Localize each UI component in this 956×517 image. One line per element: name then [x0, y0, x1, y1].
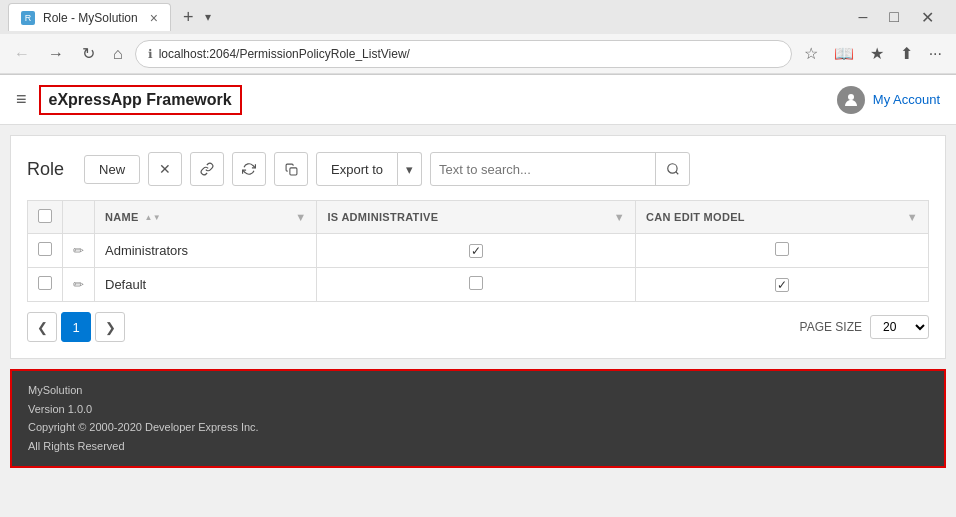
header-name-label: NAME: [105, 211, 139, 223]
export-button-group: Export to ▾: [316, 152, 422, 186]
bookmark-btn[interactable]: ☆: [798, 40, 824, 67]
share-btn[interactable]: ⬆: [894, 40, 919, 67]
reading-view-btn[interactable]: 📖: [828, 40, 860, 67]
svg-point-2: [667, 164, 676, 173]
row2-is-admin-checkbox: [469, 276, 483, 290]
footer-line3: Copyright © 2000-2020 Developer Express …: [28, 418, 928, 437]
main-content-panel: Role New ✕ Export to ▾: [10, 135, 946, 359]
row1-is-admin-check: ✓: [469, 244, 483, 258]
header-is-admin-label: IS ADMINISTRATIVE: [327, 211, 438, 223]
next-page-button[interactable]: ❯: [95, 312, 125, 342]
address-bar[interactable]: ℹ localhost:2064/PermissionPolicyRole_Li…: [135, 40, 792, 68]
header-checkbox-cell: [28, 201, 63, 234]
tab-title: Role - MySolution: [43, 11, 138, 25]
page-1-button[interactable]: 1: [61, 312, 91, 342]
select-all-checkbox[interactable]: [38, 209, 52, 223]
header-name: NAME ▲▼ ▼: [95, 201, 317, 234]
maximize-button[interactable]: □: [883, 4, 905, 31]
my-account-link[interactable]: My Account: [873, 92, 940, 107]
hamburger-menu-button[interactable]: ≡: [16, 89, 27, 110]
favorites-btn[interactable]: ★: [864, 40, 890, 67]
row1-edit-cell: ✏: [63, 234, 95, 268]
header-can-edit-model: CAN EDIT MODEL ▼: [635, 201, 928, 234]
page-title: Role: [27, 159, 64, 180]
table-row: ✏ Administrators ✓: [28, 234, 929, 268]
row1-checkbox-cell: [28, 234, 63, 268]
footer-line2: Version 1.0.0: [28, 400, 928, 419]
close-window-button[interactable]: ✕: [915, 4, 940, 31]
app-footer: MySolution Version 1.0.0 Copyright © 200…: [10, 369, 946, 468]
home-button[interactable]: ⌂: [107, 41, 129, 67]
copy-button[interactable]: [274, 152, 308, 186]
user-area: My Account: [837, 86, 940, 114]
svg-rect-1: [289, 167, 296, 174]
lock-icon: ℹ: [148, 47, 153, 61]
header-edit-cell: [63, 201, 95, 234]
tab-close-btn[interactable]: ×: [150, 10, 158, 26]
row1-edit-icon[interactable]: ✏: [73, 243, 84, 258]
row2-checkbox[interactable]: [38, 276, 52, 290]
row2-can-edit-check: ✓: [775, 278, 789, 292]
pagination-bar: ❮ 1 ❯ PAGE SIZE 20 50 100: [27, 302, 929, 346]
new-button[interactable]: New: [84, 155, 140, 184]
tab-bar: R Role - MySolution × + ▾ – □ ✕: [0, 0, 956, 34]
forward-button[interactable]: →: [42, 41, 70, 67]
row1-can-edit-cell: [635, 234, 928, 268]
header-is-administrative: IS ADMINISTRATIVE ▼: [317, 201, 635, 234]
browser-chrome: R Role - MySolution × + ▾ – □ ✕ ← → ↻ ⌂ …: [0, 0, 956, 75]
search-input[interactable]: [431, 158, 655, 181]
name-sort-icons[interactable]: ▲▼: [145, 213, 161, 222]
row2-edit-cell: ✏: [63, 268, 95, 302]
user-avatar-icon: [837, 86, 865, 114]
app-header: ≡ eXpressApp Framework My Account: [0, 75, 956, 125]
admin-filter-icon[interactable]: ▼: [614, 211, 625, 223]
svg-point-0: [848, 94, 854, 100]
refresh-data-button[interactable]: [232, 152, 266, 186]
back-button[interactable]: ←: [8, 41, 36, 67]
link-button[interactable]: [190, 152, 224, 186]
table-row: ✏ Default ✓: [28, 268, 929, 302]
new-tab-button[interactable]: +: [175, 7, 202, 28]
row2-edit-icon[interactable]: ✏: [73, 277, 84, 292]
search-button[interactable]: [655, 153, 689, 185]
row1-is-admin-cell: ✓: [317, 234, 635, 268]
row2-can-edit-cell: ✓: [635, 268, 928, 302]
row1-name: Administrators: [105, 243, 188, 258]
export-button[interactable]: Export to: [316, 152, 398, 186]
footer-line1: MySolution: [28, 381, 928, 400]
row2-checkbox-cell: [28, 268, 63, 302]
data-table: NAME ▲▼ ▼ IS ADMINISTRATIVE ▼ CAN EDIT M…: [27, 200, 929, 302]
row2-name-cell: Default: [95, 268, 317, 302]
address-text: localhost:2064/PermissionPolicyRole_List…: [159, 47, 779, 61]
prev-page-button[interactable]: ❮: [27, 312, 57, 342]
more-actions-btn[interactable]: ···: [923, 40, 948, 67]
page-size-label: PAGE SIZE: [800, 320, 862, 334]
export-dropdown-button[interactable]: ▾: [398, 152, 422, 186]
page-size-select[interactable]: 20 50 100: [870, 315, 929, 339]
name-filter-icon[interactable]: ▼: [295, 211, 306, 223]
footer-line4: All Rights Reserved: [28, 437, 928, 456]
tab-favicon: R: [21, 11, 35, 25]
row1-checkbox[interactable]: [38, 242, 52, 256]
app-logo: eXpressApp Framework: [39, 85, 242, 115]
minimize-button[interactable]: –: [852, 4, 873, 31]
delete-button[interactable]: ✕: [148, 152, 182, 186]
tab-dropdown-button[interactable]: ▾: [205, 10, 211, 24]
row1-can-edit-checkbox: [775, 242, 789, 256]
row2-name: Default: [105, 277, 146, 292]
search-box: [430, 152, 690, 186]
active-tab[interactable]: R Role - MySolution ×: [8, 3, 171, 31]
edit-model-filter-icon[interactable]: ▼: [907, 211, 918, 223]
row1-name-cell: Administrators: [95, 234, 317, 268]
refresh-button[interactable]: ↻: [76, 40, 101, 67]
browser-controls: ← → ↻ ⌂ ℹ localhost:2064/PermissionPolic…: [0, 34, 956, 74]
page-size-area: PAGE SIZE 20 50 100: [800, 315, 929, 339]
browser-actions: ☆ 📖 ★ ⬆ ···: [798, 40, 948, 67]
table-header-row: NAME ▲▼ ▼ IS ADMINISTRATIVE ▼ CAN EDIT M…: [28, 201, 929, 234]
toolbar: Role New ✕ Export to ▾: [27, 152, 929, 186]
header-can-edit-label: CAN EDIT MODEL: [646, 211, 745, 223]
row2-is-admin-cell: [317, 268, 635, 302]
